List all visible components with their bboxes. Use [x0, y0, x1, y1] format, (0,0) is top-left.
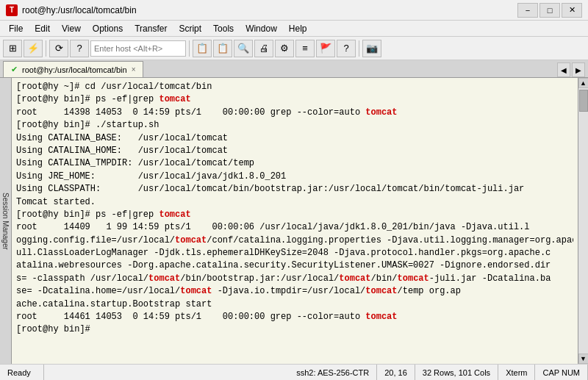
status-dimensions: 32 Rows, 101 Cols [415, 365, 498, 380]
toolbar-settings-btn[interactable]: ⚙ [275, 40, 294, 57]
active-tab[interactable]: ✔ root@hy:/usr/local/tomcat/bin × [3, 61, 143, 77]
menu-file[interactable]: File [3, 22, 29, 35]
menu-bar: File Edit View Options Transfer Script T… [0, 21, 588, 37]
toolbar-map-btn[interactable]: ≡ [295, 40, 315, 57]
scroll-thumb[interactable] [579, 90, 588, 112]
host-input[interactable] [90, 40, 186, 57]
maximize-button[interactable]: □ [539, 3, 560, 18]
menu-script[interactable]: Script [173, 22, 207, 35]
terminal-scrollbar[interactable]: ▲ ▼ [578, 78, 588, 364]
terminal-line: [root@hy bin]# ps -ef|grep tomcat [16, 209, 573, 221]
terminal-line: Using JRE_HOME: /usr/local/java/jdk1.8.0… [16, 171, 573, 183]
tab-nav: ◀ ▶ [557, 62, 585, 77]
menu-transfer[interactable]: Transfer [129, 22, 173, 35]
status-position: 20, 16 [377, 365, 415, 380]
toolbar-divider-2 [189, 40, 190, 57]
minimize-button[interactable]: − [517, 3, 538, 18]
toolbar-divider-3 [359, 40, 359, 57]
toolbar-copy-btn[interactable]: 📋 [193, 40, 212, 57]
title-bar-text: root@hy:/usr/local/tomcat/bin [22, 5, 517, 15]
terminal-line: se= -Dcatalina.home=/usr/local/tomcat -D… [16, 285, 573, 298]
terminal-line: [root@hy bin]# ps -ef|grep tomcat [16, 93, 573, 106]
tab-close-btn[interactable]: × [132, 65, 136, 74]
tab-bar: ✔ root@hy:/usr/local/tomcat/bin × ◀ ▶ [0, 60, 588, 78]
toolbar-help-btn[interactable]: ? [337, 40, 356, 57]
terminal-line: ache.catalina.startup.Bootstrap start [16, 298, 573, 311]
tab-next-btn[interactable]: ▶ [572, 62, 585, 77]
toolbar-disconnect-btn[interactable]: ? [70, 40, 89, 57]
status-terminal-type: Xterm [498, 365, 535, 380]
status-caps: CAP NUM [535, 365, 588, 380]
tab-label: root@hy:/usr/local/tomcat/bin [22, 65, 127, 74]
status-ready: Ready [0, 365, 44, 380]
terminal-line: [root@hy ~]# cd /usr/local/tomcat/bin [16, 81, 573, 93]
title-bar-buttons: − □ ✕ [517, 3, 582, 18]
terminal-line: Using CATALINA_TMPDIR: /usr/local/tomcat… [16, 157, 573, 170]
terminal-line: Using CLASSPATH: /usr/local/tomcat/bin/b… [16, 183, 573, 196]
status-encryption: ssh2: AES-256-CTR [289, 365, 377, 380]
terminal-line: s= -classpath /usr/local/tomcat/bin/boot… [16, 273, 573, 285]
terminal-line: root 14398 14053 0 14:59 pts/1 00:00:00 … [16, 107, 573, 119]
menu-tools[interactable]: Tools [207, 22, 240, 35]
toolbar-print-btn[interactable]: 🖨 [254, 40, 273, 57]
terminal-line: Tomcat started. [16, 196, 573, 209]
toolbar-find-btn[interactable]: 🔍 [234, 40, 253, 57]
terminal-line: root 14461 14053 0 14:59 pts/1 00:00:00 … [16, 311, 573, 323]
toolbar-flag-btn[interactable]: 🚩 [316, 40, 335, 57]
menu-edit[interactable]: Edit [29, 22, 56, 35]
toolbar-paste-btn[interactable]: 📋 [213, 40, 232, 57]
toolbar-screenshot-btn[interactable]: 📷 [362, 40, 381, 57]
toolbar-sessions-btn[interactable]: ⊞ [3, 40, 22, 57]
terminal-line: root 14409 1 99 14:59 pts/1 00:00:06 /us… [16, 221, 573, 234]
tab-status-icon: ✔ [11, 65, 18, 74]
title-bar: T root@hy:/usr/local/tomcat/bin − □ ✕ [0, 0, 588, 21]
close-button[interactable]: ✕ [562, 3, 582, 18]
scroll-up-btn[interactable]: ▲ [578, 78, 589, 88]
main-area: Session Manager [root@hy ~]# cd /usr/loc… [0, 78, 588, 364]
session-manager-panel[interactable]: Session Manager [0, 78, 12, 364]
toolbar-lightning-btn[interactable]: ⚡ [24, 40, 43, 57]
session-manager-label: Session Manager [1, 193, 10, 250]
menu-window[interactable]: Window [240, 22, 283, 35]
menu-options[interactable]: Options [87, 22, 129, 35]
terminal-line: ogging.config.file=/usr/local/tomcat/con… [16, 234, 573, 247]
menu-view[interactable]: View [56, 22, 87, 35]
terminal[interactable]: [root@hy ~]# cd /usr/local/tomcat/bin[ro… [12, 78, 578, 364]
terminal-line: [root@hy bin]# ./startup.sh [16, 119, 573, 132]
tab-prev-btn[interactable]: ◀ [557, 62, 570, 77]
scroll-down-btn[interactable]: ▼ [578, 354, 589, 364]
terminal-line: Using CATALINA_HOME: /usr/local/tomcat [16, 145, 573, 157]
menu-help[interactable]: Help [283, 22, 313, 35]
toolbar-divider-1 [46, 40, 46, 57]
terminal-line: Using CATALINA_BASE: /usr/local/tomcat [16, 132, 573, 145]
terminal-line: [root@hy bin]# [16, 323, 573, 336]
terminal-line: ull.ClassLoaderLogManager -Djdk.tls.ephe… [16, 247, 573, 259]
terminal-line: atalina.webresources -Dorg.apache.catali… [16, 259, 573, 272]
toolbar-reconnect-btn[interactable]: ⟳ [49, 40, 68, 57]
status-bar: Ready ssh2: AES-256-CTR 20, 16 32 Rows, … [0, 364, 588, 380]
toolbar: ⊞ ⚡ ⟳ ? 📋 📋 🔍 🖨 ⚙ ≡ 🚩 ? 📷 [0, 37, 588, 60]
app-icon: T [6, 4, 18, 16]
